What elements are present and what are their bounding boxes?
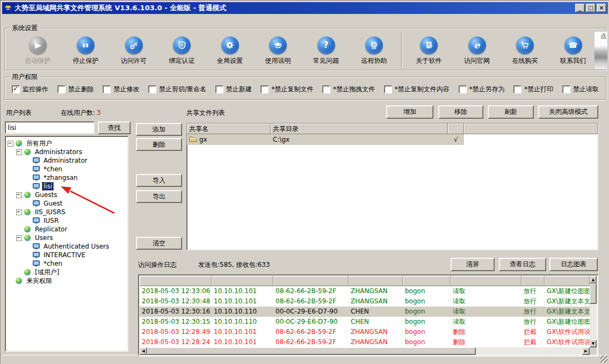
close-advanced-mode-button[interactable]: 关闭高级模式 bbox=[538, 105, 598, 119]
tree-item-label[interactable]: Replicator bbox=[34, 225, 68, 233]
tree-item[interactable]: Administrator bbox=[5, 156, 128, 165]
tree-expander-icon[interactable] bbox=[16, 209, 22, 215]
find-button[interactable]: 查找 bbox=[98, 121, 130, 134]
tree-item[interactable]: [域用户] bbox=[5, 268, 128, 276]
tree-item[interactable]: IIS_IUSRS bbox=[5, 208, 128, 216]
checkbox-box[interactable] bbox=[562, 85, 570, 93]
permission-checkbox[interactable]: 禁止修改 bbox=[103, 85, 139, 94]
log-horizontal-scrollbar[interactable]: ◀ ▶ bbox=[140, 347, 590, 355]
log-row[interactable]: 2018-05-03 12:30:15 10.10.10.110 00-0C-2… bbox=[140, 317, 590, 327]
toolbar-button[interactable]: 绑定认证 bbox=[160, 37, 204, 65]
tree-item[interactable]: lisi bbox=[5, 182, 128, 191]
log-column-header[interactable] bbox=[403, 276, 451, 286]
menu-item[interactable] bbox=[11, 19, 18, 21]
tree-item[interactable]: Users bbox=[5, 234, 128, 242]
tree-item-label[interactable]: *zhangsan bbox=[42, 174, 79, 181]
share-column-name[interactable]: 共享名 bbox=[187, 123, 271, 134]
log-row[interactable]: 2018-05-03 12:28:24 10.10.10.101 08-62-6… bbox=[140, 337, 590, 347]
tree-item-label[interactable]: *chen bbox=[42, 260, 63, 267]
log-column-header[interactable] bbox=[451, 276, 521, 286]
log-column-header[interactable] bbox=[140, 276, 212, 286]
user-tree[interactable]: 所有用户 Administrators Administrator *chen … bbox=[5, 136, 128, 352]
clear-button[interactable]: 清空 bbox=[136, 237, 182, 250]
scroll-down-icon[interactable]: ▼ bbox=[590, 340, 597, 347]
tree-item[interactable]: *zhangsan bbox=[5, 173, 128, 182]
toolbar-button[interactable]: ? 常见问题 bbox=[304, 37, 348, 65]
checkbox-box[interactable] bbox=[57, 85, 66, 93]
tree-item-label[interactable]: Guests bbox=[34, 191, 59, 199]
tree-item-label[interactable]: Users bbox=[34, 234, 54, 242]
checkbox-box[interactable] bbox=[12, 85, 20, 93]
toolbar-button[interactable]: e 访问官网 bbox=[455, 37, 499, 65]
log-row[interactable]: 2018-05-03 12:28:49 10.10.10.101 08-62-6… bbox=[140, 327, 590, 337]
tree-expander-icon[interactable] bbox=[16, 192, 22, 198]
tree-expander-icon[interactable] bbox=[16, 235, 22, 241]
log-column-header[interactable] bbox=[349, 276, 403, 286]
horizontal-scroll-thumb[interactable] bbox=[147, 347, 476, 355]
checkbox-box[interactable] bbox=[215, 85, 223, 93]
toolbar-button[interactable]: 关于软件 bbox=[407, 37, 451, 65]
tree-item-label[interactable]: 所有用户 bbox=[25, 139, 53, 148]
menu-item[interactable] bbox=[48, 19, 56, 21]
tree-item-label[interactable]: Authenticated Users bbox=[42, 243, 110, 250]
tree-item[interactable]: Guests bbox=[5, 191, 128, 199]
toolbar-button[interactable]: 使用说明 bbox=[256, 37, 300, 65]
tree-item-label[interactable]: *chen bbox=[42, 165, 63, 173]
delete-share-button[interactable]: 删除 bbox=[136, 138, 182, 151]
permission-checkbox[interactable]: *禁止复制文件内容 bbox=[384, 85, 450, 94]
tree-item-label[interactable]: [域用户] bbox=[34, 268, 60, 277]
view-log-button[interactable]: 查看日志 bbox=[499, 258, 546, 271]
close-button[interactable]: × bbox=[597, 4, 606, 12]
toolbar-button[interactable]: 全局设置 bbox=[208, 37, 252, 65]
tree-item[interactable]: 来宾权限 bbox=[5, 276, 128, 285]
tree-item[interactable]: INTERACTIVE bbox=[5, 251, 128, 259]
remove-button[interactable]: 移除 bbox=[438, 105, 483, 119]
log-row[interactable]: 2018-05-03 12:30:48 10.10.10.101 08-62-6… bbox=[140, 296, 590, 307]
toolbar-button[interactable]: 远程协助 bbox=[352, 37, 396, 65]
menu-item[interactable] bbox=[41, 19, 48, 21]
checkbox-box[interactable] bbox=[513, 85, 521, 93]
scroll-right-icon[interactable]: ▶ bbox=[582, 347, 590, 355]
permission-checkbox[interactable]: *禁止打印 bbox=[513, 85, 553, 94]
resize-grip[interactable] bbox=[600, 355, 607, 362]
permission-checkbox[interactable]: 禁止删除 bbox=[57, 85, 94, 94]
share-column-extra[interactable] bbox=[464, 123, 598, 134]
permission-checkbox[interactable]: 监控操作 bbox=[12, 85, 48, 94]
tree-item-label[interactable]: INTERACTIVE bbox=[42, 251, 86, 259]
tree-expander-icon[interactable] bbox=[8, 141, 13, 147]
tree-item-label[interactable]: IUSR bbox=[42, 217, 60, 224]
checkbox-box[interactable] bbox=[322, 85, 330, 93]
menu-item[interactable] bbox=[18, 19, 26, 21]
menu-item[interactable] bbox=[67, 19, 74, 21]
menu-item[interactable] bbox=[82, 19, 89, 21]
log-column-header[interactable] bbox=[545, 276, 590, 286]
share-column-dir[interactable]: 共享目录 bbox=[271, 123, 448, 134]
checkbox-box[interactable] bbox=[103, 85, 111, 93]
user-search-input[interactable] bbox=[5, 121, 95, 134]
tree-item-label[interactable]: Administrator bbox=[42, 157, 89, 164]
tree-expander-icon[interactable] bbox=[16, 149, 22, 155]
log-row[interactable]: 2018-05-03 12:33:06 10.10.10.101 08-62-6… bbox=[140, 286, 590, 296]
log-chart-button[interactable]: 日志图表 bbox=[549, 258, 598, 271]
permission-checkbox[interactable]: *禁止另存为 bbox=[459, 85, 505, 94]
scroll-up-icon[interactable]: ▲ bbox=[590, 276, 597, 283]
tree-item-label[interactable]: 来宾权限 bbox=[25, 276, 53, 286]
toolbar-button[interactable]: ☎ 联系我们 bbox=[551, 37, 595, 65]
refresh-button[interactable]: 刷新 bbox=[488, 105, 534, 119]
add-share-button[interactable]: 添加 bbox=[136, 123, 182, 136]
toolbar-button[interactable]: ▮▮ 停止保护 bbox=[64, 37, 108, 65]
tree-item[interactable]: Replicator bbox=[5, 225, 128, 234]
menu-item[interactable] bbox=[59, 19, 67, 21]
permission-checkbox[interactable]: 禁止新建 bbox=[215, 85, 252, 94]
tree-item[interactable]: Administrators bbox=[5, 148, 128, 156]
contact-floater-image[interactable]: 点 bbox=[594, 31, 608, 70]
tree-item-label[interactable]: IIS_IUSRS bbox=[34, 208, 67, 216]
minimize-button[interactable]: _ bbox=[575, 4, 585, 12]
tree-item[interactable]: Guest bbox=[5, 199, 128, 208]
checkbox-box[interactable] bbox=[459, 85, 467, 93]
share-enabled-cell[interactable]: √ bbox=[448, 134, 464, 145]
tree-item[interactable]: *chen bbox=[5, 165, 128, 173]
log-column-header[interactable] bbox=[521, 276, 545, 286]
tree-item-label[interactable]: lisi bbox=[42, 183, 53, 190]
tree-item-label[interactable]: Guest bbox=[42, 200, 63, 207]
